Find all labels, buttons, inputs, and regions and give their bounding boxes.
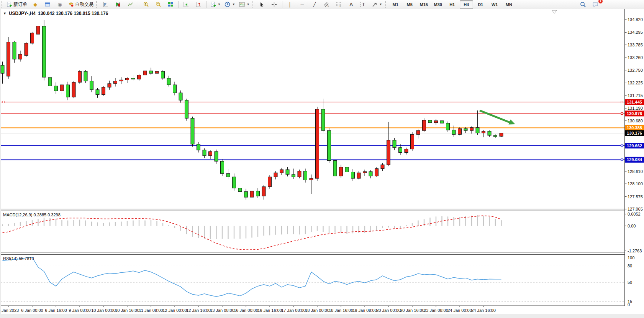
macd-histogram-bar bbox=[495, 219, 496, 226]
text-tool-button[interactable]: A bbox=[346, 0, 357, 9]
macd-histogram-bar bbox=[376, 226, 377, 231]
candle bbox=[458, 129, 462, 134]
timeframe-button-h1[interactable]: H1 bbox=[446, 0, 459, 9]
timeframe-button-m15[interactable]: M15 bbox=[417, 0, 431, 9]
candlestick-chart-button[interactable] bbox=[112, 0, 124, 9]
symbol-period-label: USDJPY-,H4 bbox=[9, 11, 36, 16]
candle bbox=[138, 75, 141, 79]
chart-shift-button[interactable] bbox=[193, 0, 204, 9]
candle bbox=[233, 177, 236, 188]
macd-histogram-bar bbox=[388, 226, 389, 227]
search-button[interactable] bbox=[577, 0, 589, 9]
toolbar-grip[interactable] bbox=[1, 1, 3, 8]
candle bbox=[262, 187, 265, 196]
new-order-icon bbox=[6, 2, 12, 8]
candle bbox=[149, 71, 153, 73]
periods-button[interactable]: ▼ bbox=[223, 0, 237, 9]
zoom-in-icon bbox=[143, 2, 149, 8]
signal-button[interactable]: ◉ bbox=[54, 0, 66, 9]
toolbar-grip[interactable] bbox=[252, 1, 255, 8]
line-chart-button[interactable] bbox=[125, 0, 136, 9]
channel-tool-button[interactable]: E bbox=[321, 0, 333, 9]
zoom-in-button[interactable] bbox=[140, 0, 152, 9]
candle bbox=[19, 54, 22, 59]
candle bbox=[31, 33, 34, 43]
arrows-tool-button[interactable]: ▼ bbox=[370, 0, 384, 9]
macd-histogram-bar bbox=[329, 226, 329, 233]
macd-histogram-bar bbox=[251, 226, 252, 238]
macd-histogram-bar bbox=[121, 222, 121, 226]
equidistant-channel-icon: E bbox=[324, 2, 330, 8]
fibonacci-icon: F bbox=[336, 2, 342, 8]
new-chart-icon bbox=[210, 2, 216, 8]
zoom-out-button[interactable] bbox=[152, 0, 164, 9]
notifications-button[interactable]: 1 bbox=[590, 0, 601, 9]
trendline-tool-button[interactable]: ╱ bbox=[309, 0, 320, 9]
text-icon: A bbox=[348, 2, 354, 8]
new-order-button[interactable]: 新订单 bbox=[5, 0, 29, 9]
trend-arrow-head[interactable] bbox=[509, 120, 516, 125]
timeframe-button-h4[interactable]: H4 bbox=[460, 0, 473, 9]
macd-histogram-bar bbox=[133, 221, 133, 226]
date-label: 10 Jan 16:00 bbox=[115, 308, 139, 313]
timeframe-button-m5[interactable]: M5 bbox=[403, 0, 416, 9]
terminal-window-button[interactable] bbox=[42, 0, 53, 9]
toolbar-grip[interactable] bbox=[96, 1, 99, 8]
macd-histogram-bar bbox=[281, 226, 282, 234]
chart-canvas[interactable]: 1008050150134.820134.295133.785133.26013… bbox=[0, 9, 644, 318]
price-tick-label: 127.575 bbox=[628, 194, 643, 199]
hline-handle bbox=[621, 112, 623, 114]
timeframe-button-mn[interactable]: MN bbox=[502, 0, 516, 9]
toolbar-grip[interactable] bbox=[385, 1, 388, 8]
macd-histogram-bar bbox=[305, 226, 306, 234]
date-label: 9 Jan 08:00 bbox=[69, 308, 91, 313]
macd-histogram-bar bbox=[501, 220, 501, 226]
macd-histogram-bar bbox=[222, 226, 223, 239]
bar-chart-button[interactable] bbox=[100, 0, 111, 9]
fibonacci-tool-button[interactable]: F bbox=[333, 0, 345, 9]
horizontal-line-tool-button[interactable]: ─ bbox=[297, 0, 308, 9]
macd-histogram-bar bbox=[151, 220, 151, 226]
crosshair-button[interactable] bbox=[269, 0, 280, 9]
candle bbox=[7, 42, 10, 76]
timeframe-button-d1[interactable]: D1 bbox=[474, 0, 487, 9]
auto-scroll-button[interactable] bbox=[180, 0, 192, 9]
candle bbox=[387, 140, 390, 165]
hline-handle bbox=[621, 159, 623, 161]
new-chart-button[interactable]: ▼ bbox=[208, 0, 222, 9]
timeframe-button-m30[interactable]: M30 bbox=[431, 0, 445, 9]
macd-histogram-bar bbox=[49, 218, 50, 226]
macd-histogram-bar bbox=[453, 217, 454, 226]
autotrading-button[interactable]: 自动交易 bbox=[66, 0, 95, 9]
ohlc-values: 130.042 130.176 130.015 130.176 bbox=[38, 11, 108, 16]
price-tick-label: 128.610 bbox=[628, 169, 643, 174]
date-label: 20 Jan 00:00 bbox=[376, 308, 401, 313]
text-label-tool-button[interactable]: T bbox=[358, 0, 369, 9]
timeframe-button-w1[interactable]: W1 bbox=[488, 0, 501, 9]
tile-windows-button[interactable] bbox=[165, 0, 176, 9]
svg-text:F: F bbox=[340, 5, 341, 8]
candle bbox=[120, 80, 123, 81]
cursor-button[interactable] bbox=[256, 0, 268, 9]
symbol-dropdown-icon[interactable]: ▼ bbox=[3, 12, 7, 15]
toolbar-separator bbox=[178, 1, 179, 8]
macd-histogram-bar bbox=[228, 226, 228, 239]
macd-histogram-bar bbox=[287, 226, 288, 234]
price-badge-label: 129.662 bbox=[627, 143, 642, 148]
candle bbox=[393, 140, 396, 148]
market-watch-button[interactable]: ◆ bbox=[29, 0, 41, 9]
timeframe-button-m1[interactable]: M1 bbox=[389, 0, 402, 9]
macd-histogram-bar bbox=[489, 217, 490, 226]
indicators-template-button[interactable]: ▼ bbox=[238, 0, 251, 9]
candle bbox=[90, 81, 93, 90]
indicator-chart-icon bbox=[239, 2, 245, 8]
price-badge-label: 131.445 bbox=[627, 100, 642, 104]
vertical-line-tool-button[interactable]: │ bbox=[284, 0, 296, 9]
macd-histogram-bar bbox=[115, 222, 116, 226]
candle bbox=[209, 152, 212, 156]
candle bbox=[66, 85, 70, 97]
candle bbox=[60, 85, 64, 91]
price-tick-label: 128.100 bbox=[628, 181, 643, 186]
trend-arrow-annotation[interactable] bbox=[480, 110, 511, 123]
candle bbox=[423, 120, 426, 130]
